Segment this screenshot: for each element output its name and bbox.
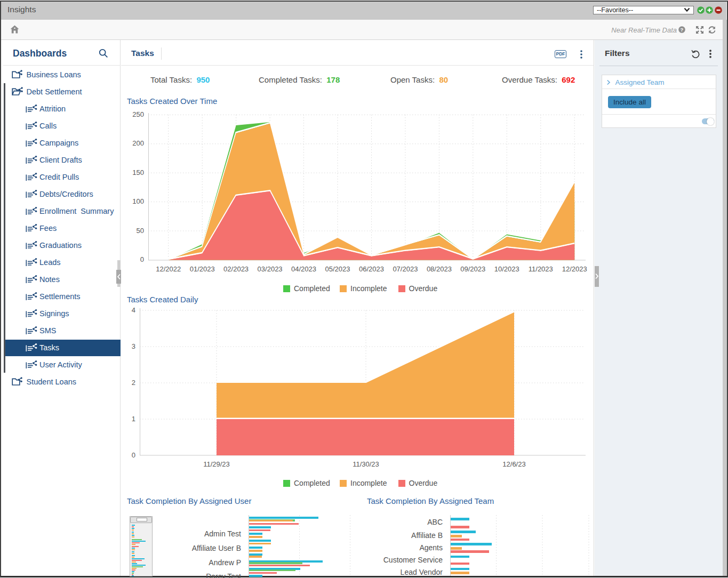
svg-text:?: ? [680, 27, 683, 33]
